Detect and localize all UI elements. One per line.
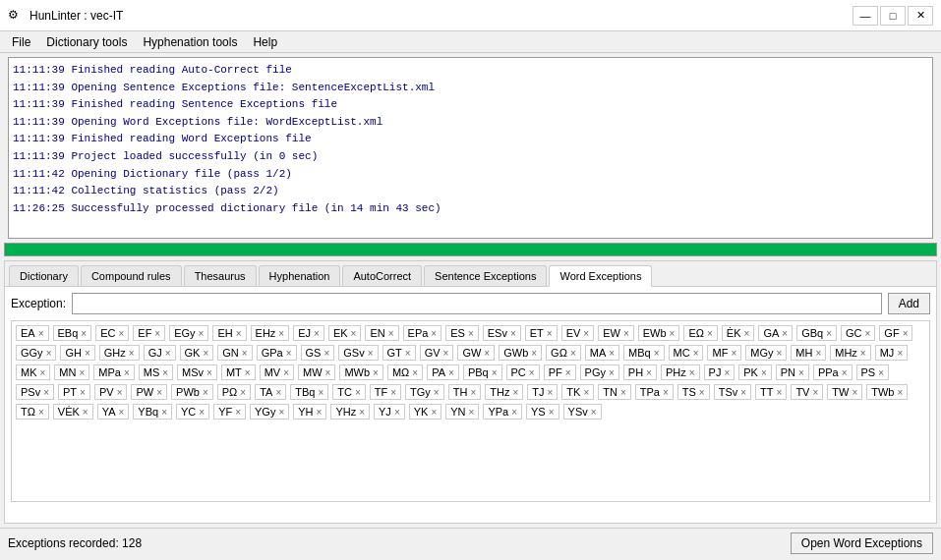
tag-remove[interactable]: × — [129, 348, 135, 359]
tab-sentence-exceptions[interactable]: Sentence Exceptions — [424, 265, 547, 286]
tag-remove[interactable]: × — [162, 367, 168, 378]
tag-remove[interactable]: × — [431, 407, 437, 418]
tag-remove[interactable]: × — [852, 387, 857, 398]
tag-remove[interactable]: × — [156, 387, 162, 398]
tag-remove[interactable]: × — [323, 348, 329, 359]
tag-remove[interactable]: × — [431, 328, 437, 339]
tag-remove[interactable]: × — [79, 367, 85, 378]
tab-word-exceptions[interactable]: Word Exceptions — [549, 265, 652, 287]
tag-remove[interactable]: × — [511, 407, 517, 418]
tag-remove[interactable]: × — [897, 387, 903, 398]
tag-remove[interactable]: × — [206, 367, 212, 378]
tag-remove[interactable]: × — [38, 328, 44, 339]
tag-remove[interactable]: × — [620, 387, 626, 398]
tag-remove[interactable]: × — [724, 367, 730, 378]
tag-remove[interactable]: × — [283, 367, 289, 378]
tag-remove[interactable]: × — [565, 367, 571, 378]
tag-remove[interactable]: × — [865, 328, 871, 339]
add-button[interactable]: Add — [888, 293, 930, 314]
tag-remove[interactable]: × — [583, 328, 589, 339]
tag-remove[interactable]: × — [878, 367, 884, 378]
tag-remove[interactable]: × — [245, 367, 251, 378]
tag-remove[interactable]: × — [40, 367, 46, 378]
tag-remove[interactable]: × — [782, 328, 788, 339]
tag-remove[interactable]: × — [468, 328, 474, 339]
tag-remove[interactable]: × — [117, 387, 123, 398]
tag-remove[interactable]: × — [161, 407, 167, 418]
tag-remove[interactable]: × — [826, 328, 832, 339]
tag-remove[interactable]: × — [119, 407, 125, 418]
tag-remove[interactable]: × — [744, 328, 750, 339]
tag-remove[interactable]: × — [470, 387, 476, 398]
tag-remove[interactable]: × — [154, 328, 160, 339]
tag-remove[interactable]: × — [199, 328, 205, 339]
tag-remove[interactable]: × — [815, 348, 821, 359]
tag-remove[interactable]: × — [85, 348, 90, 359]
tag-remove[interactable]: × — [394, 407, 400, 418]
tag-remove[interactable]: × — [325, 367, 331, 378]
log-area[interactable]: 11:11:39 Finished reading Auto-Correct f… — [8, 57, 933, 239]
tag-remove[interactable]: × — [242, 348, 248, 359]
tag-remove[interactable]: × — [83, 407, 88, 418]
tag-remove[interactable]: × — [663, 387, 669, 398]
tag-remove[interactable]: × — [707, 328, 713, 339]
tag-remove[interactable]: × — [798, 367, 804, 378]
tag-remove[interactable]: × — [776, 348, 782, 359]
tag-remove[interactable]: × — [897, 348, 903, 359]
tab-compound-rules[interactable]: Compound rules — [81, 265, 182, 286]
maximize-button[interactable]: □ — [880, 6, 906, 26]
tag-remove[interactable]: × — [512, 387, 518, 398]
tag-remove[interactable]: × — [609, 348, 615, 359]
tag-remove[interactable]: × — [693, 348, 699, 359]
tag-remove[interactable]: × — [412, 367, 418, 378]
tag-remove[interactable]: × — [448, 367, 454, 378]
menu-dictionary-tools[interactable]: Dictionary tools — [38, 33, 135, 51]
tag-remove[interactable]: × — [777, 387, 783, 398]
tab-thesaurus[interactable]: Thesaurus — [184, 265, 257, 286]
menu-hyphenation-tools[interactable]: Hyphenation tools — [135, 33, 245, 51]
tag-remove[interactable]: × — [731, 348, 736, 359]
tag-remove[interactable]: × — [761, 367, 767, 378]
tag-remove[interactable]: × — [286, 348, 292, 359]
tag-remove[interactable]: × — [351, 328, 357, 339]
tag-remove[interactable]: × — [549, 407, 555, 418]
tag-remove[interactable]: × — [203, 387, 208, 398]
tag-remove[interactable]: × — [510, 328, 516, 339]
tag-remove[interactable]: × — [860, 348, 866, 359]
tag-remove[interactable]: × — [670, 328, 676, 339]
tag-remove[interactable]: × — [203, 348, 208, 359]
tag-remove[interactable]: × — [278, 407, 284, 418]
tag-remove[interactable]: × — [812, 387, 818, 398]
tag-remove[interactable]: × — [124, 367, 130, 378]
tag-remove[interactable]: × — [314, 328, 320, 339]
tag-remove[interactable]: × — [623, 328, 629, 339]
open-word-exceptions-button[interactable]: Open Word Exceptions — [791, 532, 933, 554]
exception-input[interactable] — [72, 293, 882, 314]
tag-remove[interactable]: × — [529, 367, 535, 378]
tag-remove[interactable]: × — [699, 387, 705, 398]
tag-remove[interactable]: × — [903, 328, 909, 339]
tag-remove[interactable]: × — [240, 387, 246, 398]
tab-hyphenation[interactable]: Hyphenation — [259, 265, 341, 286]
tag-remove[interactable]: × — [583, 387, 589, 398]
tag-remove[interactable]: × — [570, 348, 576, 359]
menu-help[interactable]: Help — [245, 33, 285, 51]
tag-remove[interactable]: × — [43, 387, 49, 398]
tag-remove[interactable]: × — [165, 348, 171, 359]
tag-remove[interactable]: × — [318, 387, 323, 398]
menu-file[interactable]: File — [4, 33, 38, 51]
tag-remove[interactable]: × — [118, 328, 124, 339]
tag-remove[interactable]: × — [278, 328, 284, 339]
tag-remove[interactable]: × — [38, 407, 44, 418]
tag-remove[interactable]: × — [531, 348, 537, 359]
tag-remove[interactable]: × — [317, 407, 323, 418]
tag-remove[interactable]: × — [740, 387, 746, 398]
tag-remove[interactable]: × — [388, 328, 394, 339]
tag-remove[interactable]: × — [591, 407, 597, 418]
tag-remove[interactable]: × — [81, 328, 87, 339]
tag-remove[interactable]: × — [443, 348, 449, 359]
tag-remove[interactable]: × — [646, 367, 652, 378]
tag-remove[interactable]: × — [434, 387, 440, 398]
tag-remove[interactable]: × — [405, 348, 411, 359]
tag-remove[interactable]: × — [842, 367, 848, 378]
